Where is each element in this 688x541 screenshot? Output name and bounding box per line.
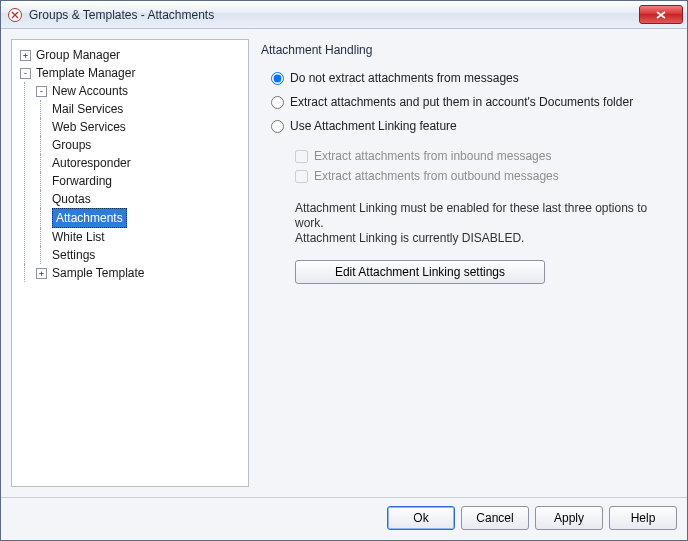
tree-label: White List <box>52 228 105 246</box>
tree-label: Autoresponder <box>52 154 131 172</box>
dialog-body: + Group Manager - Template Manager <box>1 29 687 497</box>
info-line: Attachment Linking must be enabled for t… <box>295 201 669 231</box>
tree-label: Attachments <box>52 208 127 228</box>
edit-linking-button[interactable]: Edit Attachment Linking settings <box>295 260 545 284</box>
collapse-icon[interactable]: - <box>20 68 31 79</box>
tree-panel[interactable]: + Group Manager - Template Manager <box>11 39 249 487</box>
titlebar: Groups & Templates - Attachments <box>1 1 687 29</box>
info-text: Attachment Linking must be enabled for t… <box>295 201 669 246</box>
tree-item[interactable]: Autoresponder <box>50 154 244 172</box>
collapse-icon[interactable]: - <box>36 86 47 97</box>
window-title: Groups & Templates - Attachments <box>29 8 639 22</box>
radio-no-extract[interactable]: Do not extract attachments from messages <box>271 71 669 85</box>
expand-icon[interactable]: + <box>36 268 47 279</box>
tree-item[interactable]: Mail Services <box>50 100 244 118</box>
tree-item[interactable]: Forwarding <box>50 172 244 190</box>
checkbox-label: Extract attachments from outbound messag… <box>314 169 559 183</box>
radio-attachment-linking[interactable]: Use Attachment Linking feature <box>271 119 669 133</box>
close-button[interactable] <box>639 5 683 24</box>
app-icon <box>7 7 23 23</box>
nav-tree: + Group Manager - Template Manager <box>16 46 244 282</box>
check-outbound: Extract attachments from outbound messag… <box>295 169 669 183</box>
radio-input[interactable] <box>271 72 284 85</box>
tree-item[interactable]: Groups <box>50 136 244 154</box>
radio-extract-documents[interactable]: Extract attachments and put them in acco… <box>271 95 669 109</box>
tree-label: Settings <box>52 246 95 264</box>
tree-label: Template Manager <box>36 64 135 82</box>
tree-label: New Accounts <box>52 82 128 100</box>
tree-item[interactable]: Attachments <box>50 208 244 228</box>
settings-panel: Attachment Handling Do not extract attac… <box>259 39 677 487</box>
tree-label: Sample Template <box>52 264 145 282</box>
section-title: Attachment Handling <box>261 43 669 57</box>
checkbox-label: Extract attachments from inbound message… <box>314 149 551 163</box>
tree-label: Web Services <box>52 118 126 136</box>
radio-input[interactable] <box>271 96 284 109</box>
dialog-window: Groups & Templates - Attachments + Group… <box>0 0 688 541</box>
check-inbound: Extract attachments from inbound message… <box>295 149 669 163</box>
apply-button[interactable]: Apply <box>535 506 603 530</box>
tree-item[interactable]: Settings <box>50 246 244 264</box>
radio-label: Do not extract attachments from messages <box>290 71 519 85</box>
radio-input[interactable] <box>271 120 284 133</box>
info-line: Attachment Linking is currently DISABLED… <box>295 231 669 246</box>
tree-item-sample-template[interactable]: + Sample Template <box>34 264 244 282</box>
tree-item[interactable]: White List <box>50 228 244 246</box>
radio-label: Use Attachment Linking feature <box>290 119 457 133</box>
checkbox-input <box>295 150 308 163</box>
tree-item[interactable]: Web Services <box>50 118 244 136</box>
tree-label: Forwarding <box>52 172 112 190</box>
radio-label: Extract attachments and put them in acco… <box>290 95 633 109</box>
tree-item[interactable]: Quotas <box>50 190 244 208</box>
sub-options: Extract attachments from inbound message… <box>295 145 669 189</box>
tree-label: Groups <box>52 136 91 154</box>
tree-label: Quotas <box>52 190 91 208</box>
ok-button[interactable]: Ok <box>387 506 455 530</box>
tree-label: Mail Services <box>52 100 123 118</box>
help-button[interactable]: Help <box>609 506 677 530</box>
cancel-button[interactable]: Cancel <box>461 506 529 530</box>
expand-icon[interactable]: + <box>20 50 31 61</box>
checkbox-input <box>295 170 308 183</box>
tree-item-new-accounts[interactable]: - New Accounts <box>34 82 244 100</box>
tree-item-group-manager[interactable]: + Group Manager <box>18 46 244 64</box>
tree-item-template-manager[interactable]: - Template Manager <box>18 64 244 82</box>
dialog-footer: Ok Cancel Apply Help <box>1 497 687 540</box>
tree-label: Group Manager <box>36 46 120 64</box>
